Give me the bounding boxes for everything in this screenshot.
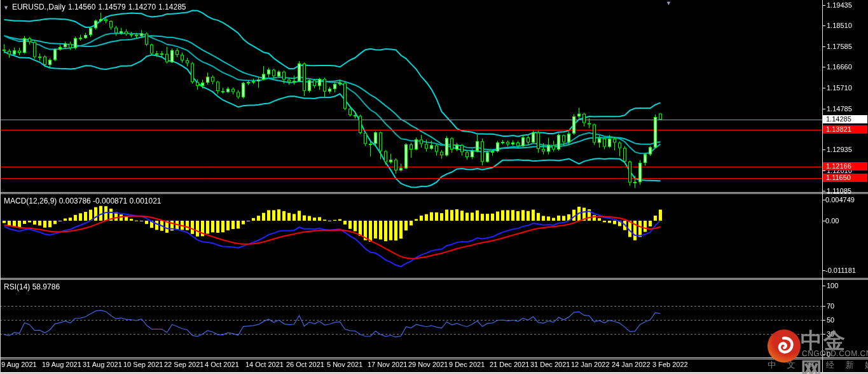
ohlc-low: 1.14270: [128, 3, 156, 11]
rsi-indicator-label: RSI(14) 58.9786: [4, 282, 60, 291]
chart-title: ▼EURUSD.,Daily1.145601.145791.142701.142…: [3, 3, 189, 12]
chart-left-border: [0, 0, 1, 372]
ohlc-open: 1.14560: [68, 3, 95, 11]
trading-chart-window: 1.194351.185101.175851.166601.157101.147…: [0, 0, 868, 374]
symbol-timeframe-label: EURUSD.,Daily: [12, 3, 65, 11]
pane-divider-rsi-dates: [0, 357, 868, 359]
symbol-dropdown-icon[interactable]: ▼: [3, 4, 9, 11]
last-bar-position-marker-icon[interactable]: ▼: [666, 0, 672, 6]
ohlc-close: 1.14285: [158, 3, 186, 11]
price-axis-border: [822, 0, 823, 372]
pane-divider-main-macd[interactable]: [0, 192, 868, 194]
pane-divider-macd-rsi[interactable]: [0, 278, 868, 280]
ohlc-high: 1.14579: [98, 3, 125, 11]
macd-indicator-label: MACD(12,26,9) 0.003786 -0.000871 0.00102…: [4, 197, 162, 205]
price-chart-canvas[interactable]: [0, 0, 868, 374]
